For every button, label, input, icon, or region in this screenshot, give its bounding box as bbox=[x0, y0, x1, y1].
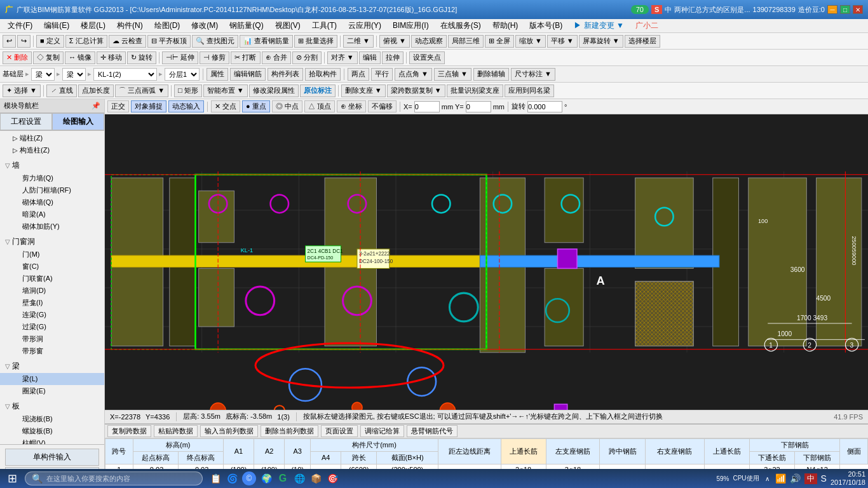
btn-modify-seg-props[interactable]: 修改梁段属性 bbox=[249, 85, 299, 97]
tree-section-wall[interactable]: ▽墙 bbox=[0, 159, 104, 172]
tree-item-door-window[interactable]: 门联窗(A) bbox=[0, 273, 104, 285]
maximize-button[interactable]: □ bbox=[840, 5, 850, 14]
btn-two-point[interactable]: 两点 bbox=[348, 68, 369, 81]
menu-version[interactable]: 版本号(B) bbox=[524, 19, 567, 32]
btn-rect[interactable]: □ 矩形 bbox=[174, 85, 202, 97]
toolbar-trim[interactable]: ⊣ 修剪 bbox=[200, 51, 229, 64]
toolbar-select-floor[interactable]: 选择楼层 bbox=[625, 35, 660, 48]
btn-batch-id-seat[interactable]: 批量识别梁支座 bbox=[447, 85, 503, 97]
btn-props[interactable]: 属性 bbox=[207, 68, 228, 81]
toolbar-mirror[interactable]: ↔ 镜像 bbox=[65, 51, 95, 64]
btn-3axis[interactable]: 三点轴 ▼ bbox=[434, 68, 471, 81]
menu-floor[interactable]: 楼层(L) bbox=[76, 19, 111, 32]
btn-select[interactable]: ✦ 选择 ▼ bbox=[3, 85, 41, 97]
snap-coord[interactable]: ⊕ 坐标 bbox=[337, 100, 366, 112]
menu-element[interactable]: 构件(N) bbox=[112, 19, 148, 32]
snap-midpt[interactable]: ● 重点 bbox=[242, 100, 270, 112]
btn-smart-layout[interactable]: 智能布置 ▼ bbox=[203, 85, 248, 97]
toolbar-find[interactable]: 🔍 查找图元 bbox=[192, 35, 238, 48]
tree-item-cast-slab[interactable]: 现浇板(B) bbox=[0, 413, 104, 425]
menu-view[interactable]: 视图(V) bbox=[270, 19, 306, 32]
toolbar-split[interactable]: ⊘ 分割 bbox=[292, 51, 322, 64]
toolbar-break[interactable]: ✂ 打断 bbox=[231, 51, 260, 64]
layer-select[interactable]: 分层1 bbox=[165, 68, 200, 81]
toolbar-calc[interactable]: Σ 汇总计算 bbox=[65, 35, 107, 48]
tree-item-lintel[interactable]: 过梁(G) bbox=[0, 321, 104, 333]
tree-section-slab[interactable]: ▽板 bbox=[0, 400, 104, 413]
menu-online[interactable]: 在线服务(S) bbox=[435, 19, 486, 32]
toolbar-screen-rotate[interactable]: 屏幕旋转 ▼ bbox=[579, 35, 623, 48]
toolbar-delete[interactable]: ✕ 删除 bbox=[3, 51, 32, 64]
taskbar-icon-clipboard[interactable]: 📋 bbox=[209, 472, 222, 485]
btn-arc[interactable]: ⌒ 三点画弧 ▼ bbox=[115, 85, 168, 97]
taskbar-icon-chrome[interactable]: © bbox=[242, 471, 256, 485]
minimize-button[interactable]: ─ bbox=[827, 5, 837, 14]
start-button[interactable]: ⊞ bbox=[3, 471, 22, 486]
toolbar-rotate[interactable]: ↻ 旋转 bbox=[127, 51, 156, 64]
tree-section-opening[interactable]: ▽门窗洞 bbox=[0, 235, 104, 248]
btn-edit-bar[interactable]: 编辑钢筋 bbox=[230, 68, 266, 81]
tree-item-defense-wall[interactable]: 人防门框墙(RF) bbox=[0, 184, 104, 196]
btn-del-col[interactable]: 删除当前列数据 bbox=[261, 425, 318, 437]
snap-dynamic[interactable]: 动态输入 bbox=[168, 100, 204, 112]
taskbar-search[interactable]: 🔍 在这里输入你要搜索的内容 bbox=[25, 471, 203, 485]
toolbar-merge[interactable]: ⊕ 合并 bbox=[262, 51, 291, 64]
menu-newchange[interactable]: ▶ 新建变更 ▼ bbox=[569, 19, 629, 32]
tree-item-ring-beam[interactable]: 圈梁(E) bbox=[0, 385, 104, 397]
toolbar-dynamic[interactable]: 动态观察 bbox=[411, 35, 447, 48]
btn-paste-span-data[interactable]: 粘贴跨数据 bbox=[154, 425, 198, 437]
btn-copy-span[interactable]: 梁跨数据复制 ▼ bbox=[387, 85, 445, 97]
toolbar-top-view[interactable]: 俯视 ▼ bbox=[379, 35, 410, 48]
menu-draw[interactable]: 绘图(D) bbox=[149, 19, 186, 32]
menu-edit[interactable]: 编辑(E) bbox=[39, 19, 74, 32]
menu-tools[interactable]: 工具(T) bbox=[307, 19, 342, 32]
btn-del-seat[interactable]: 删除支座 ▼ bbox=[341, 85, 386, 97]
taskbar-icon-swirl[interactable]: 🌀 bbox=[226, 472, 238, 485]
toolbar-align[interactable]: 对齐 ▼ bbox=[327, 51, 358, 64]
drawing-area[interactable]: 3-2⌀21+2222 DC24-100-150 2C1 4CB1 DC1 DC… bbox=[105, 114, 868, 410]
menu-modify[interactable]: 修改(M) bbox=[186, 19, 223, 32]
snap-ortho[interactable]: 正交 bbox=[107, 100, 129, 112]
toolbar-cloud-check[interactable]: ☁ 云检查 bbox=[109, 35, 146, 48]
menu-quantity[interactable]: 钢筋量(Q) bbox=[224, 19, 268, 32]
tree-item-beam[interactable]: 梁(L) bbox=[0, 373, 104, 385]
menu-bim[interactable]: BIM应用(I) bbox=[388, 19, 434, 32]
tree-item-masonry-rebar[interactable]: 砌体加筋(Y) bbox=[0, 220, 104, 233]
close-button[interactable]: ✕ bbox=[853, 5, 863, 14]
btn-parallel[interactable]: 平行 bbox=[371, 68, 393, 81]
layer-subtype-select[interactable]: 梁 bbox=[62, 68, 86, 81]
btn-point-extend[interactable]: 点加长度 bbox=[78, 85, 114, 97]
tree-item-column-cap[interactable]: 柱帽(V) bbox=[0, 437, 104, 444]
sys-lang[interactable]: 中 bbox=[804, 473, 817, 484]
menu-help[interactable]: 帮助(H) bbox=[487, 19, 524, 32]
tree-item-pillar2[interactable]: ▷构造柱(Z) bbox=[0, 144, 104, 156]
toolbar-zoom[interactable]: 缩放 ▼ bbox=[515, 35, 546, 48]
tree-item-door[interactable]: 门(M) bbox=[0, 248, 104, 261]
toolbar-fullscreen[interactable]: ⊞ 全屏 bbox=[485, 35, 514, 48]
toolbar-redo[interactable]: ↪ bbox=[17, 35, 31, 48]
snap-object[interactable]: 对象捕捉 bbox=[131, 100, 166, 112]
taskbar-icon-box[interactable]: 📦 bbox=[309, 472, 322, 485]
toolbar-view-bar[interactable]: 📊 查看钢筋量 bbox=[240, 35, 293, 48]
toolbar-pan[interactable]: 平移 ▼ bbox=[547, 35, 578, 48]
menu-assistant[interactable]: 广小二 bbox=[630, 19, 663, 32]
x-input[interactable] bbox=[414, 101, 440, 112]
toolbar-edit-props[interactable]: 编辑 bbox=[359, 51, 381, 64]
btn-input-col[interactable]: 输入当前列数据 bbox=[200, 425, 258, 437]
taskbar-icon-globe[interactable]: 🌐 bbox=[293, 472, 306, 485]
toolbar-batch-select[interactable]: ⊞ 批量选择 bbox=[294, 35, 337, 48]
tree-item-shear-wall[interactable]: 剪力墙(Q) bbox=[0, 172, 104, 184]
toolbar-define[interactable]: ■ 定义 bbox=[36, 35, 64, 48]
toolbar-2d[interactable]: 二维 ▼ bbox=[343, 35, 374, 48]
nav-project-settings[interactable]: 工程设置 bbox=[0, 113, 52, 130]
layer-type-select[interactable]: 梁 bbox=[31, 68, 55, 81]
toolbar-undo[interactable]: ↩ bbox=[3, 35, 16, 48]
btn-angle[interactable]: 点点角 ▼ bbox=[395, 68, 432, 81]
toolbar-move[interactable]: ✛ 移动 bbox=[97, 51, 126, 64]
btn-page-setup[interactable]: 页面设置 bbox=[321, 425, 358, 437]
btn-copy-span-data[interactable]: 复制跨数据 bbox=[107, 425, 151, 437]
toolbar-grip-set[interactable]: 设置夹点 bbox=[409, 51, 445, 64]
snap-noshift[interactable]: 不偏移 bbox=[368, 100, 397, 112]
snap-intersect[interactable]: ✕ 交点 bbox=[211, 100, 240, 112]
taskbar-icon-edge[interactable]: 🌍 bbox=[260, 472, 273, 485]
